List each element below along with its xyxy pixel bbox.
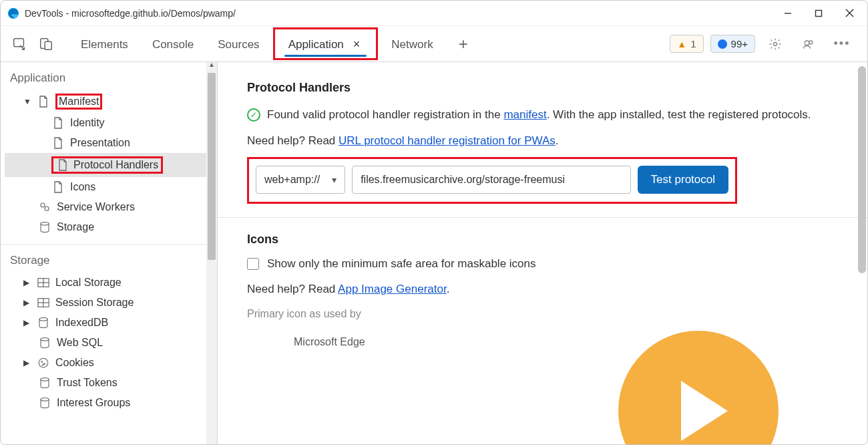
document-icon bbox=[56, 158, 69, 172]
device-toggle-icon[interactable] bbox=[33, 31, 59, 57]
tree-manifest[interactable]: ▼ Manifest bbox=[5, 90, 217, 113]
tree-cookies-label: Cookies bbox=[55, 357, 94, 369]
svg-rect-2 bbox=[816, 10, 822, 16]
database-icon bbox=[38, 376, 51, 390]
more-icon[interactable]: ••• bbox=[829, 31, 855, 57]
manifest-link[interactable]: manifest bbox=[503, 108, 546, 121]
highlight-protocol-handlers: Protocol Handlers bbox=[51, 156, 163, 174]
tab-application[interactable]: Application × bbox=[276, 31, 375, 57]
add-tab-button[interactable]: + bbox=[445, 35, 481, 53]
protocol-select-value: web+amp:// bbox=[264, 174, 320, 186]
svg-point-10 bbox=[809, 41, 813, 44]
main: Protocol Handlers ✓ Found valid protocol… bbox=[218, 62, 867, 444]
window-title: DevTools - microsoftedge.github.io/Demos… bbox=[25, 8, 236, 19]
tree-web-sql[interactable]: Web SQL bbox=[5, 333, 217, 353]
maskable-checkbox-label: Show only the minimum safe area for mask… bbox=[267, 257, 536, 271]
highlight-application-tab: Application × bbox=[273, 27, 379, 60]
svg-point-22 bbox=[39, 358, 48, 367]
checkbox-icon[interactable] bbox=[247, 258, 259, 270]
tree-indexeddb[interactable]: ▶ IndexedDB bbox=[5, 313, 217, 333]
tree-local-storage[interactable]: ▶ Local Storage bbox=[5, 273, 217, 293]
tab-application-label: Application bbox=[288, 38, 344, 51]
icons-help-suffix: . bbox=[447, 283, 450, 295]
tree-identity-label: Identity bbox=[70, 117, 105, 129]
tab-network[interactable]: Network bbox=[379, 29, 445, 59]
svg-point-11 bbox=[41, 203, 45, 207]
svg-rect-7 bbox=[45, 41, 51, 49]
scroll-up-icon[interactable]: ▲ bbox=[208, 62, 215, 68]
storage-tree: ▶ Local Storage ▶ Session Storage ▶ bbox=[1, 273, 217, 413]
icons-heading: Icons bbox=[247, 233, 838, 247]
icons-help-link[interactable]: App Image Generator bbox=[338, 283, 447, 295]
warnings-badge[interactable]: ▲ 1 bbox=[670, 35, 703, 53]
protocol-help: Need help? Read URL protocol handler reg… bbox=[247, 134, 838, 148]
protocol-select[interactable]: web+amp:// ▾ bbox=[256, 166, 345, 194]
feedback-icon[interactable] bbox=[795, 31, 822, 57]
tree-storage-label: Storage bbox=[57, 221, 94, 233]
tree-interest-groups[interactable]: Interest Groups bbox=[5, 393, 217, 413]
help-prefix: Need help? Read bbox=[247, 134, 339, 147]
warning-icon: ▲ bbox=[677, 39, 686, 49]
tree-session-storage[interactable]: ▶ Session Storage bbox=[5, 293, 217, 313]
gears-icon bbox=[38, 200, 51, 214]
tree-icons[interactable]: Icons bbox=[5, 177, 217, 197]
sidebar: Application ▼ Manifest Identity bbox=[1, 62, 218, 444]
icons-help-prefix: Need help? Read bbox=[247, 283, 338, 295]
issues-icon bbox=[718, 39, 727, 49]
caret-down-icon: ▼ bbox=[23, 97, 31, 106]
protocol-url-input[interactable]: files.freemusicarchive.org/storage-freem… bbox=[352, 166, 630, 194]
tabbar: Elements Console Sources Application × N… bbox=[1, 26, 867, 62]
tree-cookies[interactable]: ▶ Cookies bbox=[5, 353, 217, 373]
main-scroll-thumb[interactable] bbox=[858, 66, 866, 273]
warnings-count: 1 bbox=[690, 38, 696, 49]
caret-right-icon: ▶ bbox=[23, 318, 31, 327]
close-tab-icon[interactable]: × bbox=[351, 37, 363, 51]
document-icon bbox=[51, 116, 65, 130]
close-button[interactable] bbox=[834, 1, 865, 25]
database-icon bbox=[38, 220, 51, 234]
grid-icon bbox=[37, 296, 50, 309]
primary-icon-label: Primary icon as used by bbox=[247, 308, 838, 320]
tree-manifest-label: Manifest bbox=[59, 96, 99, 107]
tab-elements[interactable]: Elements bbox=[69, 29, 140, 59]
inspect-icon[interactable] bbox=[6, 31, 33, 57]
sidebar-section-storage: Storage bbox=[1, 245, 217, 273]
sidebar-scroll-thumb[interactable] bbox=[208, 73, 216, 260]
application-tree: ▼ Manifest Identity bbox=[1, 90, 217, 237]
svg-point-13 bbox=[41, 222, 49, 226]
svg-rect-5 bbox=[14, 38, 24, 46]
document-icon bbox=[51, 180, 65, 194]
tab-sources[interactable]: Sources bbox=[206, 29, 271, 59]
tree-identity[interactable]: Identity bbox=[5, 113, 217, 133]
tree-presentation[interactable]: Presentation bbox=[5, 133, 217, 153]
grid-icon bbox=[37, 276, 50, 289]
tree-storage[interactable]: Storage bbox=[5, 217, 217, 237]
highlight-protocol-test: web+amp:// ▾ files.freemusicarchive.org/… bbox=[247, 157, 737, 204]
icons-help: Need help? Read App Image Generator. bbox=[247, 283, 838, 296]
status-text-suffix: . With the app installed, test the regis… bbox=[547, 108, 811, 121]
protocol-help-link[interactable]: URL protocol handler registration for PW… bbox=[339, 134, 556, 147]
protocol-handlers-heading: Protocol Handlers bbox=[247, 81, 838, 95]
tree-service-workers[interactable]: Service Workers bbox=[5, 197, 217, 217]
minimize-button[interactable] bbox=[773, 1, 803, 25]
tree-session-storage-label: Session Storage bbox=[55, 297, 134, 309]
svg-point-20 bbox=[39, 318, 47, 321]
tree-protocol-handlers[interactable]: Protocol Handlers bbox=[5, 153, 217, 177]
play-icon bbox=[681, 381, 728, 441]
tree-protocol-handlers-label: Protocol Handlers bbox=[73, 159, 158, 171]
toolbar-right: ▲ 1 99+ ••• bbox=[670, 31, 862, 57]
maskable-checkbox-row[interactable]: Show only the minimum safe area for mask… bbox=[247, 257, 838, 271]
maximize-button[interactable] bbox=[803, 1, 834, 25]
issues-count: 99+ bbox=[731, 38, 748, 49]
tree-service-workers-label: Service Workers bbox=[57, 201, 135, 213]
titlebar: DevTools - microsoftedge.github.io/Demos… bbox=[1, 1, 867, 26]
issues-badge[interactable]: 99+ bbox=[710, 35, 755, 53]
settings-icon[interactable] bbox=[762, 31, 789, 57]
sidebar-scrollbar[interactable]: ▲ bbox=[206, 62, 217, 444]
check-circle-icon: ✓ bbox=[247, 108, 260, 122]
sidebar-section-application: Application bbox=[1, 62, 217, 90]
tree-trust-tokens[interactable]: Trust Tokens bbox=[5, 373, 217, 393]
tree-indexeddb-label: IndexedDB bbox=[55, 317, 108, 329]
tab-console[interactable]: Console bbox=[140, 29, 206, 59]
test-protocol-button[interactable]: Test protocol bbox=[638, 166, 728, 194]
